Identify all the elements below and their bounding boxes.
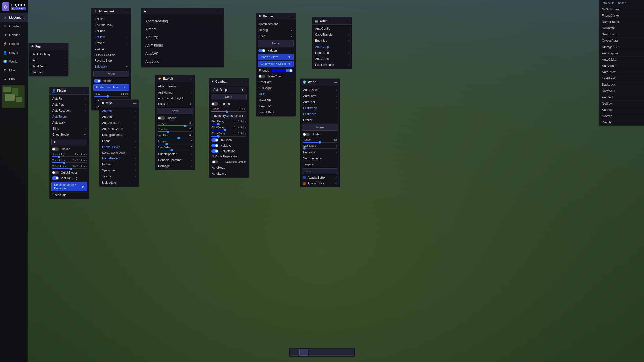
exploit-damage[interactable]: Damage› [155, 163, 195, 169]
sidebar-item-world[interactable]: 🌍 World [0, 57, 28, 66]
sidebar-item-misc[interactable]: ⚙ Misc [0, 66, 28, 75]
world-entrance[interactable]: Entrance› [300, 149, 340, 155]
movement-perfecthorsejump[interactable]: PerfectHorseJump [91, 52, 131, 58]
exploit-antihunger[interactable]: AntiHunger› [155, 89, 195, 96]
right-item-noslow[interactable]: NoSlow [599, 101, 644, 107]
movement-parkour[interactable]: Parkour [91, 46, 131, 52]
render-mode-btn[interactable]: Mode • Glow ▼ [258, 54, 294, 60]
right-item-noslowbread[interactable]: NoSlowBread [599, 6, 644, 13]
misc-autochatgame[interactable]: AutoChatGame› [99, 126, 139, 132]
right-item-fastbreak[interactable]: FastBreak [599, 75, 644, 82]
combat-startdelay-track[interactable] [211, 124, 246, 124]
world-autotool[interactable]: AutoTool› [300, 99, 340, 105]
player-panel-header[interactable]: 👤 Player — [49, 87, 89, 95]
exploit-range-track[interactable] [158, 125, 192, 126]
right-item-autototem[interactable]: AutoTotem [599, 69, 644, 75]
right-item-autopot[interactable]: AutoPot [599, 94, 644, 101]
movement-safewalk[interactable]: SafeWalk▼ [91, 64, 131, 70]
misc-debugrecorder[interactable]: DebugRecorder [99, 132, 139, 138]
combat-inventory-dropdown[interactable]: InventoryConstraints ▼ [211, 113, 247, 119]
misc-friendclicker[interactable]: FriendClicker› [99, 144, 139, 150]
render-panel-header[interactable]: 👁 Render — [256, 13, 296, 20]
taskbar-btn-wide[interactable] [309, 349, 354, 356]
combat-closedelay-track[interactable] [211, 136, 246, 137]
world-autodisable[interactable]: AutoDisable› [300, 87, 340, 93]
exploit-jumps-track[interactable] [158, 144, 192, 144]
misc-spammer[interactable]: Spammer› [99, 167, 139, 173]
right-item-autogapple[interactable]: AutoGapple [599, 50, 644, 57]
world-fastplace[interactable]: FastPlace [300, 111, 340, 117]
fun-skinderp[interactable]: SkinDerp› [29, 69, 68, 75]
a-close[interactable]: — [218, 9, 221, 13]
world-hidden-toggle[interactable] [303, 133, 310, 136]
invopen-toggle[interactable] [211, 138, 218, 142]
quickswaps-toggle[interactable] [52, 171, 59, 174]
player-autowalk[interactable]: AutoWalk [49, 120, 89, 126]
right-item-noweb[interactable]: NoWeb [599, 113, 644, 119]
client-panel-header[interactable]: 💻 Client — [312, 17, 352, 25]
exploit-clientspoofer[interactable]: ClientSpoofer› [155, 151, 195, 157]
a-antiblind[interactable]: AntiBlind [141, 57, 224, 65]
exploit-clicktp[interactable]: ClickTp▼ [155, 101, 195, 107]
friends-toggle[interactable] [286, 69, 293, 72]
right-item-reach[interactable]: Reach [599, 119, 644, 126]
combat-notduringregen[interactable]: NotDuringRegeneration [209, 154, 249, 159]
render-colormode-btn[interactable]: ColorMode • Static ▼ [258, 61, 294, 67]
render-none-btn[interactable]: None [258, 40, 294, 47]
safewalk-mode-btn[interactable]: Mode • Simulate ▼ [93, 84, 129, 90]
misc-autoaccount[interactable]: AutoAccount› [99, 120, 139, 126]
render-freecam[interactable]: FreeCam› [256, 79, 296, 85]
world-search[interactable]: Search [302, 168, 338, 174]
friends-color-swatch[interactable] [272, 69, 285, 72]
player-blink[interactable]: Blink› [49, 126, 89, 132]
a-aimbot[interactable]: Aimbot [141, 25, 224, 33]
client-richpresence[interactable]: RichPresence› [312, 62, 352, 68]
render-jumpeffect[interactable]: JumpEffect [256, 109, 296, 115]
right-item-norotate[interactable]: NoRotate [599, 25, 644, 31]
client-capetransfer[interactable]: CapeTransfer› [312, 32, 352, 38]
render-close[interactable]: — [290, 14, 293, 18]
misc-antibot[interactable]: AntiBot› [99, 108, 139, 114]
movement-noweb[interactable]: NoWeb› [91, 40, 131, 46]
movement-nojumpdelay[interactable]: NoJumpDelay [91, 22, 131, 28]
nomove-toggle[interactable] [211, 144, 218, 147]
player-checktitle[interactable]: CheckTitle [49, 192, 89, 198]
misc-focus[interactable]: Focus› [99, 138, 139, 144]
safewalk-hidden-toggle[interactable] [94, 79, 101, 83]
combat-notduringcombat[interactable]: NotDuringCombat [209, 159, 249, 165]
client-close[interactable]: — [346, 19, 349, 23]
taskbar-btn-1[interactable] [290, 349, 299, 356]
a-abortbreaking[interactable]: AbortBreaking [141, 17, 224, 25]
exploit-none-btn[interactable]: None [157, 108, 193, 114]
a-animations[interactable]: Animations [141, 41, 224, 49]
exploit-lagafter-track[interactable] [158, 138, 192, 138]
viafix-toggle[interactable] [52, 176, 59, 180]
misc-keepchat[interactable]: KeepChatAfterDeath [99, 150, 139, 155]
player-startdelay-track[interactable] [52, 156, 87, 157]
right-item-crystalaura[interactable]: CrystalAura [599, 38, 644, 44]
exploit-abortbreaking[interactable]: AbortBreaking [155, 83, 195, 89]
sidebar-item-combat[interactable]: ⚔ Combat [0, 22, 28, 31]
teamcolor-toggle[interactable] [258, 75, 265, 78]
fun-panel-header[interactable]: ★ Fun — [29, 43, 68, 50]
misc-mymodule[interactable]: MyModule [99, 179, 139, 186]
client-enemies[interactable]: Enemies› [312, 38, 352, 44]
player-autoplay[interactable]: AutoPlay› [49, 102, 89, 108]
right-item-swordblock[interactable]: SwordBlock [599, 31, 644, 38]
exploit-cooldown-track[interactable] [158, 131, 192, 132]
player-cheststealer[interactable]: ChestStealer▼ [49, 132, 89, 138]
world-autofarm[interactable]: AutoFarm› [300, 93, 340, 99]
client-liquidchat[interactable]: LiquidChat› [312, 50, 352, 56]
combat-clickdelay-track[interactable] [211, 130, 246, 130]
a-panel-header[interactable]: A — [141, 8, 224, 15]
right-item-storageesp[interactable]: StorageESP [599, 44, 644, 50]
right-item-nameprotect[interactable]: NameProtect [599, 19, 644, 25]
misc-nameprotect[interactable]: NameProtect› [99, 155, 139, 161]
combat-none-btn[interactable]: None [211, 94, 247, 100]
client-autoarmor[interactable]: AutoArmor [312, 56, 352, 62]
fun-derp[interactable]: Derp› [29, 57, 68, 63]
world-target-acaciabutton[interactable]: Acacia Button ✓ [300, 175, 340, 180]
player-close[interactable]: — [83, 89, 87, 93]
client-autogapple[interactable]: AutoGapple [312, 44, 352, 50]
render-esp[interactable]: ESP▼ [256, 33, 296, 39]
